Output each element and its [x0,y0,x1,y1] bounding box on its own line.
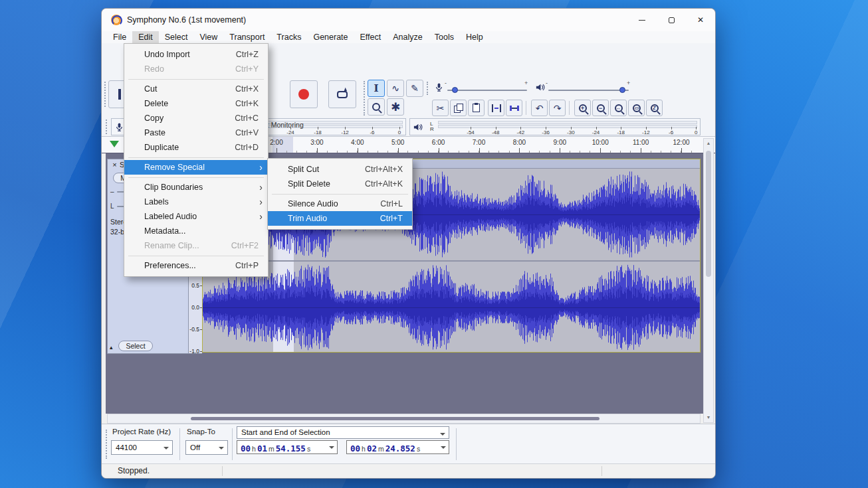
timeline-minor-tick [337,151,338,153]
time-digits[interactable]: 01 [257,444,267,453]
toolbar-grip[interactable] [427,82,429,95]
recording-volume-slider[interactable] [447,90,527,91]
submenu-arrow-icon: › [259,209,263,224]
menubar-item-edit[interactable]: Edit [132,31,159,43]
playback-volume-slider[interactable] [548,90,629,91]
menubar-item-view[interactable]: View [193,31,223,43]
menu-item-rename-clip[interactable]: Rename Clip...Ctrl+F2 [124,238,268,253]
selection-range-mode-dropdown[interactable]: Start and End of Selection [237,426,449,439]
menubar-item-help[interactable]: Help [460,31,489,43]
menu-item-clip-boundaries[interactable]: Clip Boundaries› [124,180,268,195]
menu-item-remove-special[interactable]: Remove Special› [124,160,268,175]
cut-button[interactable]: ✂ [432,100,449,116]
menu-item-metadata[interactable]: Metadata... [124,224,268,238]
scroll-up-icon[interactable]: ▲ [704,140,713,147]
menu-item-undo-import[interactable]: Undo ImportCtrl+Z [124,47,268,62]
zoom-in-button[interactable]: + [574,100,591,116]
copy-icon [454,104,463,112]
zoom-toggle-button[interactable]: Z [646,100,663,116]
menubar-item-tools[interactable]: Tools [429,31,460,43]
menu-item-split-delete[interactable]: Split DeleteCtrl+Alt+K [268,177,412,191]
draw-tool-button[interactable]: ✎ [406,80,423,97]
menu-item-labels[interactable]: Labels› [124,195,268,209]
fit-selection-button[interactable]: ↔ [610,100,627,116]
timeline-major-tick [641,148,641,153]
menu-item-copy[interactable]: CopyCtrl+C [124,111,268,125]
record-button[interactable] [290,80,318,108]
redo-button[interactable]: ↷ [549,100,566,116]
zoom-out-icon: − [597,104,605,112]
track-select-button[interactable]: Select [118,341,153,351]
recording-volume-thumb[interactable] [452,87,458,93]
menu-item-duplicate[interactable]: DuplicateCtrl+D [124,140,268,155]
menu-item-label: Rename Clip... [144,241,199,250]
scroll-down-icon[interactable]: ▼ [704,414,713,421]
menu-item-trim-audio[interactable]: Trim AudioCtrl+T [268,211,412,226]
track-collapse-icon[interactable]: ▴ [110,344,113,351]
silence-audio-button[interactable] [506,100,522,116]
loop-button[interactable] [328,80,356,108]
menu-item-silence-audio[interactable]: Silence AudioCtrl+L [268,197,412,211]
menubar-item-select[interactable]: Select [159,31,194,43]
time-digits[interactable]: 54.155 [276,444,306,453]
vertical-scrollbar[interactable]: ▲ ▼ [703,138,714,423]
vertical-scrollbar-thumb[interactable] [706,151,711,277]
playback-volume-thumb[interactable] [619,87,625,93]
snap-to-dropdown[interactable]: Off [185,440,228,455]
multi-tool-button[interactable]: ✱ [387,98,404,116]
fit-project-button[interactable]: ▭ [628,100,645,116]
copy-button[interactable] [450,100,467,116]
title-bar[interactable]: Symphony No.6 (1st movement) ✕ [102,9,715,31]
menubar-item-tracks[interactable]: Tracks [271,31,307,43]
menu-item-label: Undo Import [144,50,190,59]
zoom-out-button[interactable]: − [592,100,609,116]
meter-scale-number: -48 [492,130,500,135]
close-button[interactable]: ✕ [686,9,715,31]
maximize-button[interactable] [657,9,686,31]
menu-item-redo[interactable]: RedoCtrl+Y [124,62,268,76]
timeline-time-label: 9:00 [554,139,566,146]
menu-item-split-cut[interactable]: Split CutCtrl+Alt+X [268,162,412,177]
project-rate-dropdown[interactable]: 44100 [111,440,173,455]
time-digits[interactable]: 02 [367,444,377,453]
menubar-item-generate[interactable]: Generate [307,31,354,43]
menubar-item-transport[interactable]: Transport [223,31,271,43]
paste-button[interactable] [468,100,485,116]
horizontal-scrollbar-thumb[interactable] [191,417,599,420]
time-digits[interactable]: 00 [241,444,251,453]
menu-item-cut[interactable]: CutCtrl+X [124,82,268,96]
selection-end-time[interactable]: 00h02m24.852s [346,440,449,454]
audacity-window: Symphony No.6 (1st movement) ✕ FileEditS… [101,8,716,479]
envelope-tool-button[interactable]: ∿ [387,80,404,97]
timeline-major-tick [479,148,480,153]
menubar-item-analyze[interactable]: Analyze [387,31,428,43]
minimize-button[interactable] [627,9,657,31]
toolbar-grip[interactable] [364,81,366,116]
menu-item-shortcut: Ctrl+V [235,125,259,140]
selection-start-time[interactable]: 00h01m54.155s [237,440,338,454]
time-digits[interactable]: 00 [350,444,360,453]
meter-scale-number: -6 [370,130,374,135]
waveform-right-channel[interactable] [203,262,701,353]
toolbar-grip[interactable] [106,120,108,134]
menu-item-delete[interactable]: DeleteCtrl+K [124,96,268,111]
timeline-minor-tick [378,151,378,153]
time-digits[interactable]: 24.852 [385,444,415,453]
undo-button[interactable]: ↶ [531,100,548,116]
horizontal-scrollbar[interactable] [107,414,701,424]
menu-item-preferences[interactable]: Preferences...Ctrl+P [124,258,268,273]
track-close-icon[interactable]: × [110,161,119,169]
selection-tool-button[interactable]: I [368,80,385,97]
toolbar-grip[interactable] [106,430,108,459]
menu-item-labeled-audio[interactable]: Labeled Audio› [124,209,268,224]
toolbar-grip[interactable] [104,82,106,107]
timeline-pin-icon[interactable] [110,141,119,152]
menu-separator [128,177,264,178]
menu-item-shortcut: Ctrl+Z [236,47,259,62]
playback-meter[interactable]: L R -54-48-42-36-30-24-18-12-60 [409,118,701,135]
menubar-item-effect[interactable]: Effect [354,31,387,43]
zoom-tool-button[interactable] [368,98,385,116]
menu-item-paste[interactable]: PasteCtrl+V [124,125,268,140]
trim-audio-button[interactable] [488,100,504,116]
menubar-item-file[interactable]: File [107,31,132,43]
